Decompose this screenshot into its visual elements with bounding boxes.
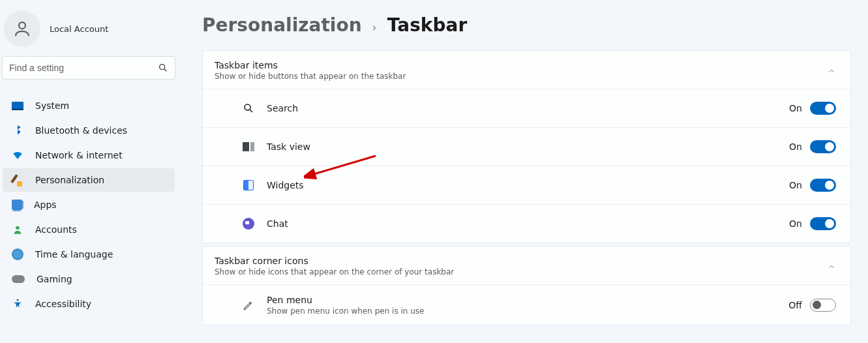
sidebar-item-system[interactable]: System xyxy=(3,94,175,117)
search-wrap xyxy=(0,56,177,87)
section-title: Taskbar corner icons xyxy=(215,256,454,266)
svg-point-4 xyxy=(245,104,250,110)
display-icon xyxy=(12,102,23,110)
bluetooth-icon xyxy=(12,125,23,136)
row-penmenu: Pen menu Show pen menu icon when pen is … xyxy=(203,284,850,325)
section-taskbar-items: Taskbar items Show or hide buttons that … xyxy=(202,50,851,243)
main-content: Personalization › Taskbar Taskbar items … xyxy=(183,0,868,343)
toggle-chat[interactable] xyxy=(810,217,836,230)
row-label: Task view xyxy=(267,142,789,152)
sidebar-item-gaming[interactable]: Gaming xyxy=(3,267,175,291)
toggle-state: Off xyxy=(788,300,802,310)
chevron-up-icon xyxy=(827,261,836,271)
nav: System Bluetooth & devices Network & int… xyxy=(0,87,177,316)
row-widgets: Widgets On xyxy=(203,166,850,204)
row-label: Widgets xyxy=(267,180,789,190)
toggle-state: On xyxy=(789,218,802,229)
svg-point-3 xyxy=(17,299,19,301)
row-label: Search xyxy=(267,103,789,113)
page-title: Taskbar xyxy=(387,14,467,36)
svg-point-1 xyxy=(160,65,165,70)
pen-icon xyxy=(242,299,255,312)
sidebar-item-accounts[interactable]: Accounts xyxy=(3,218,175,241)
nav-label: Accounts xyxy=(35,224,77,235)
nav-label: System xyxy=(35,100,69,111)
gamepad-icon xyxy=(12,275,25,283)
sidebar: Local Account System Bluetooth & devices… xyxy=(0,0,183,343)
nav-label: Time & language xyxy=(35,249,113,260)
search-icon xyxy=(158,63,168,73)
account-name: Local Account xyxy=(50,24,108,34)
section-header-corner-icons[interactable]: Taskbar corner icons Show or hide icons … xyxy=(203,246,850,284)
section-subtitle: Show or hide icons that appear on the co… xyxy=(215,267,454,276)
widgets-icon xyxy=(242,179,255,192)
avatar xyxy=(4,10,40,47)
breadcrumb-parent[interactable]: Personalization xyxy=(202,14,362,36)
toggle-state: On xyxy=(789,180,802,190)
nav-label: Gaming xyxy=(37,274,72,284)
wifi-icon xyxy=(12,149,23,161)
paintbrush-icon xyxy=(12,174,23,186)
svg-point-0 xyxy=(19,22,25,29)
sidebar-item-network[interactable]: Network & internet xyxy=(3,143,175,167)
row-label: Chat xyxy=(267,218,789,229)
nav-label: Bluetooth & devices xyxy=(35,125,127,136)
apps-icon xyxy=(12,200,22,210)
breadcrumb: Personalization › Taskbar xyxy=(202,14,851,36)
sidebar-item-personalization[interactable]: Personalization xyxy=(3,168,175,192)
accessibility-icon xyxy=(12,298,23,310)
section-title: Taskbar items xyxy=(215,60,406,70)
nav-label: Network & internet xyxy=(35,150,123,160)
sidebar-item-apps[interactable]: Apps xyxy=(3,193,175,216)
row-chat: Chat On xyxy=(203,204,850,243)
chevron-right-icon: › xyxy=(372,20,377,34)
toggle-state: On xyxy=(789,142,802,152)
toggle-taskview[interactable] xyxy=(810,140,836,153)
search-box[interactable] xyxy=(2,56,175,80)
search-input[interactable] xyxy=(9,63,158,73)
toggle-search[interactable] xyxy=(810,102,836,115)
account-block[interactable]: Local Account xyxy=(0,10,177,56)
toggle-penmenu[interactable] xyxy=(810,299,836,312)
sidebar-item-accessibility[interactable]: Accessibility xyxy=(3,292,175,316)
row-label: Pen menu Show pen menu icon when pen is … xyxy=(267,295,788,316)
svg-point-2 xyxy=(16,226,19,230)
sidebar-item-bluetooth[interactable]: Bluetooth & devices xyxy=(3,119,175,142)
search-icon xyxy=(242,102,255,115)
globe-icon xyxy=(12,248,23,260)
sidebar-item-time[interactable]: Time & language xyxy=(3,243,175,266)
row-search: Search On xyxy=(203,89,850,127)
toggle-widgets[interactable] xyxy=(810,179,836,192)
chevron-up-icon xyxy=(827,66,836,75)
section-corner-icons: Taskbar corner icons Show or hide icons … xyxy=(202,246,851,325)
taskview-icon xyxy=(242,140,255,153)
section-header-taskbar-items[interactable]: Taskbar items Show or hide buttons that … xyxy=(203,51,850,89)
nav-label: Accessibility xyxy=(35,299,91,309)
toggle-state: On xyxy=(789,103,802,113)
person-icon xyxy=(12,224,23,235)
nav-label: Apps xyxy=(34,200,57,210)
row-taskview: Task view On xyxy=(203,127,850,166)
nav-label: Personalization xyxy=(35,175,104,185)
chat-icon xyxy=(242,217,255,230)
section-subtitle: Show or hide buttons that appear on the … xyxy=(215,72,406,81)
